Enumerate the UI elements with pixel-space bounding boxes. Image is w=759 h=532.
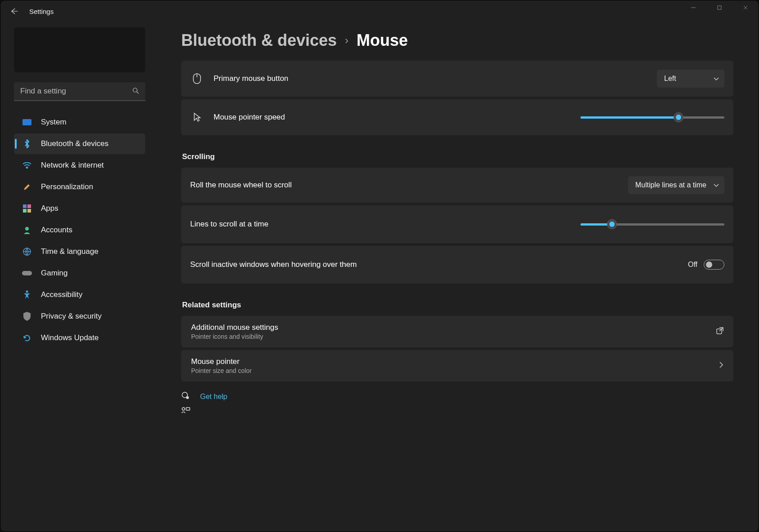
- mouse-pointer-speed-setting: Mouse pointer speed: [181, 99, 733, 135]
- additional-mouse-settings-link[interactable]: Additional mouse settings Pointer icons …: [181, 316, 733, 347]
- shield-icon: [22, 312, 32, 321]
- system-icon: [22, 119, 32, 125]
- dropdown-value: Multiple lines at a time: [635, 181, 706, 189]
- gamepad-icon: [22, 270, 32, 276]
- titlebar: Settings: [0, 0, 759, 22]
- scroll-inactive-setting: Scroll inactive windows when hovering ov…: [181, 246, 733, 284]
- chevron-down-icon: [714, 181, 719, 189]
- mouse-icon: [190, 73, 204, 84]
- related-settings-header: Related settings: [182, 301, 733, 310]
- nav-item-system[interactable]: System: [14, 112, 145, 133]
- external-link-icon: [716, 327, 723, 336]
- nav-label: Accounts: [41, 226, 72, 235]
- svg-rect-8: [23, 204, 27, 208]
- page-title: Mouse: [357, 31, 408, 50]
- svg-rect-22: [186, 408, 190, 410]
- link-subtitle: Pointer icons and visibility: [191, 333, 278, 340]
- nav-item-gaming[interactable]: Gaming: [14, 263, 145, 284]
- nav-item-network[interactable]: Network & internet: [14, 155, 145, 176]
- nav-label: Privacy & security: [41, 312, 102, 321]
- nav-item-time-language[interactable]: Time & language: [14, 241, 145, 262]
- setting-label: Lines to scroll at a time: [190, 220, 268, 229]
- breadcrumb-category[interactable]: Bluetooth & devices: [181, 31, 337, 50]
- roll-wheel-dropdown[interactable]: Multiple lines at a time: [628, 176, 724, 194]
- maximize-button[interactable]: [706, 0, 732, 15]
- nav-item-bluetooth-devices[interactable]: Bluetooth & devices: [14, 133, 145, 154]
- chevron-right-icon: ›: [345, 34, 348, 47]
- nav-item-privacy-security[interactable]: Privacy & security: [14, 306, 145, 327]
- lines-scroll-slider[interactable]: [580, 219, 724, 229]
- setting-label: Mouse pointer speed: [214, 113, 285, 122]
- svg-rect-14: [22, 271, 32, 275]
- window-controls: [680, 0, 759, 15]
- nav-label: Personalization: [41, 182, 93, 191]
- nav-item-accounts[interactable]: Accounts: [14, 220, 145, 240]
- give-feedback-link[interactable]: [181, 407, 733, 417]
- minimize-icon: [691, 5, 696, 10]
- primary-button-dropdown[interactable]: Left: [657, 70, 724, 88]
- link-subtitle: Pointer size and color: [191, 367, 252, 374]
- svg-rect-9: [27, 204, 31, 208]
- accessibility-icon: [22, 290, 32, 299]
- back-arrow-icon: [10, 7, 18, 15]
- nav-item-apps[interactable]: Apps: [14, 198, 145, 219]
- nav-item-personalization[interactable]: Personalization: [14, 177, 145, 197]
- globe-icon: [22, 248, 32, 256]
- search-field[interactable]: [14, 82, 145, 101]
- get-help-link[interactable]: Get help: [181, 391, 733, 402]
- svg-rect-10: [23, 209, 27, 213]
- svg-point-4: [133, 88, 137, 92]
- svg-rect-1: [718, 6, 721, 9]
- svg-point-7: [27, 167, 28, 168]
- nav-label: Bluetooth & devices: [41, 139, 108, 148]
- nav-label: Accessibility: [41, 290, 83, 299]
- nav-label: Apps: [41, 204, 58, 213]
- scrolling-header: Scrolling: [182, 152, 733, 161]
- search-icon: [132, 87, 140, 97]
- settings-window: Settings System: [0, 0, 759, 532]
- svg-rect-6: [22, 119, 31, 125]
- chevron-right-icon: [719, 361, 723, 370]
- primary-mouse-button-setting: Primary mouse button Left: [181, 61, 733, 97]
- feedback-icon: [181, 407, 191, 417]
- maximize-icon: [717, 5, 722, 10]
- nav-list: System Bluetooth & devices Network & int…: [0, 112, 159, 348]
- svg-line-5: [137, 92, 138, 93]
- setting-label: Primary mouse button: [214, 74, 288, 83]
- close-icon: [743, 5, 748, 10]
- toggle-state-label: Off: [688, 261, 697, 269]
- back-button[interactable]: [5, 2, 23, 20]
- nav-item-accessibility[interactable]: Accessibility: [14, 284, 145, 305]
- nav-item-windows-update[interactable]: Windows Update: [14, 328, 145, 348]
- link-title: Mouse pointer: [191, 357, 252, 366]
- breadcrumb: Bluetooth & devices › Mouse: [181, 31, 733, 50]
- roll-wheel-setting: Roll the mouse wheel to scroll Multiple …: [181, 168, 733, 203]
- sidebar: System Bluetooth & devices Network & int…: [0, 22, 159, 532]
- lines-to-scroll-setting: Lines to scroll at a time: [181, 205, 733, 243]
- person-icon: [22, 226, 32, 234]
- nav-label: System: [41, 118, 67, 127]
- setting-label: Scroll inactive windows when hovering ov…: [190, 260, 357, 269]
- mouse-pointer-link[interactable]: Mouse pointer Pointer size and color: [181, 350, 733, 381]
- close-button[interactable]: [732, 0, 759, 15]
- bluetooth-icon: [22, 139, 32, 148]
- nav-label: Gaming: [41, 269, 68, 278]
- svg-rect-11: [27, 209, 31, 213]
- svg-point-12: [25, 227, 29, 231]
- link-label: Get help: [200, 393, 227, 401]
- minimize-button[interactable]: [680, 0, 706, 15]
- chevron-down-icon: [714, 75, 719, 83]
- nav-label: Time & language: [41, 247, 98, 256]
- content-area: Bluetooth & devices › Mouse Primary mous…: [159, 22, 759, 532]
- nav-label: Network & internet: [41, 161, 104, 170]
- paintbrush-icon: [22, 182, 32, 191]
- link-title: Additional mouse settings: [191, 323, 278, 332]
- cursor-icon: [190, 112, 204, 122]
- setting-label: Roll the mouse wheel to scroll: [190, 181, 292, 190]
- help-icon: [181, 391, 191, 402]
- pointer-speed-slider[interactable]: [580, 112, 724, 122]
- window-title: Settings: [29, 8, 54, 15]
- scroll-inactive-toggle[interactable]: [704, 260, 724, 270]
- svg-point-21: [182, 408, 185, 410]
- search-input[interactable]: [14, 82, 145, 101]
